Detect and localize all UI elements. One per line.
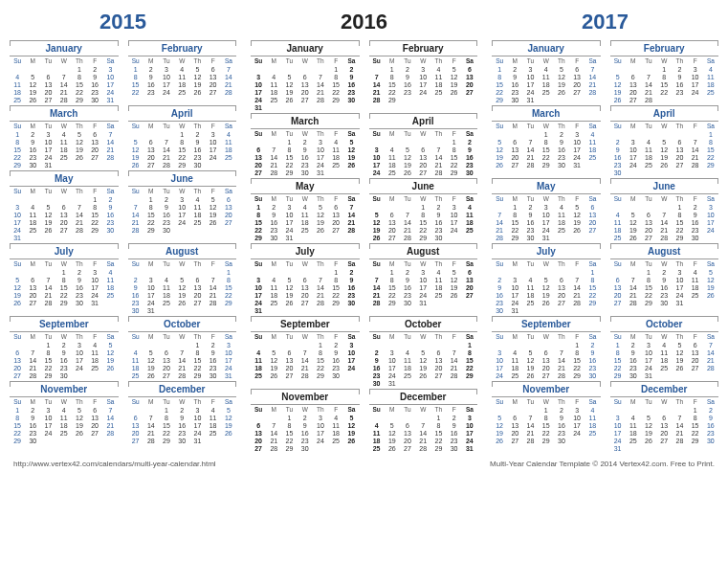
day-cell: 25	[221, 153, 236, 161]
dow-header: Su	[492, 397, 507, 406]
day-cell: 9	[492, 283, 507, 291]
day-cell: 5	[626, 211, 641, 218]
day-cell: 8	[703, 138, 718, 146]
day-cell: 30	[626, 371, 641, 379]
day-cell: 5	[281, 73, 297, 80]
day-cell: 5	[10, 276, 25, 283]
day-cell: 11	[328, 146, 343, 153]
day-cell: 10	[703, 211, 718, 218]
month-december: DecemberSuMTuWThFSa123456789101112131415…	[128, 381, 237, 444]
day-cell: 29	[281, 444, 297, 452]
day-cell: 7	[343, 203, 359, 211]
day-cell: 17	[206, 146, 221, 153]
day-cell	[569, 306, 585, 314]
day-cell: 9	[703, 414, 718, 421]
day-cell: 2	[298, 414, 313, 421]
dow-header: Th	[430, 56, 446, 65]
day-cell: 19	[128, 153, 143, 161]
dow-header: Su	[369, 259, 385, 268]
day-cell: 19	[522, 364, 538, 371]
dow-header: Th	[430, 129, 446, 138]
day-cell: 20	[430, 364, 446, 371]
day-cell: 19	[656, 153, 672, 161]
dow-header: Tu	[40, 259, 55, 268]
day-cell: 24	[507, 299, 522, 306]
day-cell: 14	[569, 283, 585, 291]
day-cell: 27	[328, 226, 343, 234]
day-cell: 25	[430, 291, 446, 299]
day-cell: 11	[585, 138, 600, 146]
day-cell: 12	[569, 211, 585, 218]
day-cell	[585, 437, 600, 444]
day-cell: 15	[539, 421, 554, 429]
day-cell	[87, 161, 102, 169]
day-cell	[626, 444, 641, 452]
month-grid: SuMTuWThFSa12345678910111213141516171819…	[492, 259, 601, 314]
day-cell	[385, 203, 400, 211]
day-cell: 23	[522, 226, 538, 234]
day-cell: 25	[266, 299, 281, 306]
month-grid: SuMTuWThFSa12345678910111213141516171819…	[128, 259, 237, 314]
day-cell: 19	[143, 364, 159, 371]
day-cell	[507, 268, 522, 276]
day-cell: 30	[87, 96, 102, 103]
day-cell: 31	[251, 103, 266, 111]
day-cell: 21	[174, 364, 189, 371]
day-cell: 18	[585, 421, 600, 429]
dow-header: Su	[251, 259, 266, 268]
day-cell: 16	[143, 80, 159, 88]
dow-header: Th	[189, 397, 205, 406]
day-cell: 16	[400, 283, 415, 291]
day-cell	[554, 96, 569, 103]
day-cell: 22	[174, 153, 189, 161]
day-cell: 23	[343, 291, 359, 299]
day-cell: 25	[430, 88, 446, 96]
dow-header: W	[415, 129, 430, 138]
day-cell: 7	[554, 348, 569, 356]
dow-header: Th	[313, 332, 328, 341]
dow-header: M	[25, 187, 40, 195]
day-cell	[343, 371, 359, 379]
day-cell: 2	[703, 406, 718, 414]
day-cell: 15	[492, 80, 507, 88]
dow-header: Tu	[281, 194, 297, 203]
day-cell	[206, 161, 221, 169]
day-cell: 30	[554, 437, 569, 444]
day-cell: 28	[554, 371, 569, 379]
day-cell	[400, 414, 415, 421]
day-cell: 25	[56, 153, 72, 161]
day-cell: 31	[539, 234, 554, 241]
day-cell: 22	[656, 88, 672, 96]
day-cell: 14	[206, 283, 221, 291]
dow-header: Sa	[585, 56, 600, 65]
dow-header: Tu	[159, 56, 174, 65]
day-cell: 12	[539, 283, 554, 291]
day-cell: 26	[492, 437, 507, 444]
day-cell	[189, 268, 205, 276]
month-june: JuneSuMTuWThFSa1234567891011121314151617…	[128, 170, 237, 241]
day-cell: 10	[447, 211, 462, 218]
day-cell	[251, 65, 266, 73]
day-cell: 3	[569, 406, 585, 414]
day-cell: 31	[313, 169, 328, 176]
day-cell: 21	[447, 364, 462, 371]
day-cell	[415, 379, 430, 387]
day-cell: 24	[672, 291, 687, 299]
day-cell: 10	[313, 421, 328, 429]
day-cell: 7	[266, 421, 281, 429]
day-cell: 7	[703, 341, 718, 348]
dow-header: Th	[672, 122, 687, 130]
day-cell: 29	[569, 371, 585, 379]
month-may: MaySuMTuWThFSa12345678910111213141516171…	[10, 170, 119, 241]
day-cell	[143, 130, 159, 138]
day-cell	[539, 96, 554, 103]
dow-header: Th	[554, 332, 569, 341]
dow-header: F	[87, 332, 102, 341]
day-cell: 16	[174, 421, 189, 429]
month-grid: SuMTuWThFSa12345678910111213141516171819…	[492, 194, 601, 241]
day-cell: 14	[369, 283, 385, 291]
day-cell: 8	[430, 421, 446, 429]
day-cell: 23	[688, 226, 703, 234]
day-cell: 17	[385, 364, 400, 371]
day-cell	[430, 341, 446, 348]
